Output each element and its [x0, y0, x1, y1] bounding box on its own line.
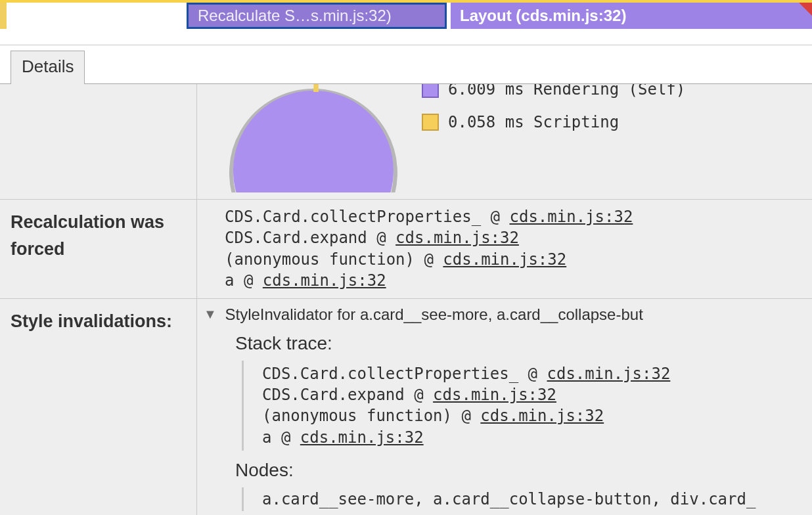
flamechart-seg-layout[interactable]: Layout (cds.min.js:32) [451, 3, 812, 29]
stack-frame[interactable]: (anonymous function) @ cds.min.js:32 [225, 249, 812, 270]
time-pie-chart [218, 84, 409, 192]
stack-frame-function: a @ [262, 428, 300, 447]
legend-swatch-rendering [422, 84, 439, 98]
tab-details[interactable]: Details [11, 51, 85, 85]
source-link[interactable]: cds.min.js:32 [547, 365, 670, 383]
disclosure-triangle-icon[interactable]: ▼ [204, 307, 217, 322]
source-link[interactable]: cds.min.js:32 [433, 386, 556, 404]
row-value: 6.009 ms Rendering (Self) 0.058 ms Scrip… [197, 84, 812, 199]
node-link[interactable]: a.card__see-more [262, 490, 414, 508]
source-link[interactable]: cds.min.js:32 [300, 428, 424, 447]
flamechart-seg-label: Layout (cds.min.js:32) [460, 7, 626, 25]
row-style-invalidations: Style invalidations: ▼ StyleInvalidator … [0, 298, 812, 515]
stack-trace: CDS.Card.collectProperties_ @ cds.min.js… [242, 361, 812, 451]
stack-frame-function: (anonymous function) @ [225, 250, 443, 269]
stack-frame-function: CDS.Card.expand @ [225, 229, 395, 247]
stack-frame[interactable]: CDS.Card.collectProperties_ @ cds.min.js… [262, 363, 812, 384]
flamechart-timeline[interactable]: Recalculate S…s.min.js:32) Layout (cds.m… [0, 0, 812, 32]
stack-frame[interactable]: CDS.Card.expand @ cds.min.js:32 [225, 227, 812, 248]
row-aggregated-time: 6.009 ms Rendering (Self) 0.058 ms Scrip… [0, 84, 812, 199]
legend-text: 6.009 ms Rendering (Self) [448, 84, 685, 99]
stack-trace-label: Stack trace: [235, 333, 812, 354]
forced-layout-warning-icon [799, 3, 812, 16]
details-panel: 6.009 ms Rendering (Self) 0.058 ms Scrip… [0, 84, 812, 515]
node-link[interactable]: a.card__collapse-button [433, 490, 651, 508]
row-label: Recalculation was forced [0, 200, 197, 298]
stack-frame-function: a @ [225, 271, 263, 290]
legend-text: 0.058 ms Scripting [448, 113, 619, 131]
source-link[interactable]: cds.min.js:32 [395, 229, 519, 247]
stack-frame[interactable]: (anonymous function) @ cds.min.js:32 [262, 405, 812, 426]
flamechart-seg-recalculate-style[interactable]: Recalculate S…s.min.js:32) [187, 3, 447, 29]
invalidator-prefix: StyleInvalidator for [225, 305, 359, 323]
pie-legend: 6.009 ms Rendering (Self) 0.058 ms Scrip… [422, 84, 685, 146]
row-label [0, 84, 197, 199]
stack-frame[interactable]: CDS.Card.expand @ cds.min.js:32 [262, 384, 812, 405]
stack-frame[interactable]: a @ cds.min.js:32 [262, 427, 812, 448]
stack-trace: CDS.Card.collectProperties_ @ cds.min.js… [197, 200, 812, 298]
source-link[interactable]: cds.min.js:32 [480, 407, 604, 425]
tab-label: Details [22, 56, 74, 76]
node-link[interactable]: a.card__collapse-but [497, 305, 643, 323]
invalidated-nodes-list: a.card__see-more, a.card__collapse-butto… [242, 487, 812, 511]
style-invalidator-header[interactable]: ▼ StyleInvalidator for a.card__see-more,… [204, 305, 812, 324]
legend-swatch-scripting [422, 114, 439, 131]
row-recalculation-forced: Recalculation was forced CDS.Card.collec… [0, 199, 812, 298]
stack-frame-function: (anonymous function) @ [262, 407, 480, 425]
stack-frame-function: CDS.Card.collectProperties_ @ [262, 365, 547, 383]
stack-frame[interactable]: CDS.Card.collectProperties_ @ cds.min.js… [225, 206, 812, 227]
legend-row-rendering[interactable]: 6.009 ms Rendering (Self) [422, 84, 685, 99]
source-link[interactable]: cds.min.js:32 [509, 208, 633, 226]
source-link[interactable]: cds.min.js:32 [263, 271, 386, 290]
details-tabstrip: Details [0, 45, 812, 84]
stack-frame-function: CDS.Card.expand @ [262, 386, 433, 404]
source-link[interactable]: cds.min.js:32 [443, 250, 566, 269]
node-link[interactable]: a.card__see-more [360, 305, 488, 323]
legend-row-scripting[interactable]: 0.058 ms Scripting [422, 113, 685, 131]
nodes-label: Nodes: [235, 460, 812, 481]
node-link[interactable]: div.card_ [670, 490, 756, 508]
row-value: ▼ StyleInvalidator for a.card__see-more,… [197, 299, 812, 515]
stack-frame-function: CDS.Card.collectProperties_ @ [225, 208, 509, 226]
flamechart-seg-label: Recalculate S…s.min.js:32) [198, 7, 392, 25]
row-label: Style invalidations: [0, 299, 197, 515]
stack-frame[interactable]: a @ cds.min.js:32 [225, 270, 812, 291]
flamechart-seg-script-tick[interactable] [0, 3, 7, 29]
